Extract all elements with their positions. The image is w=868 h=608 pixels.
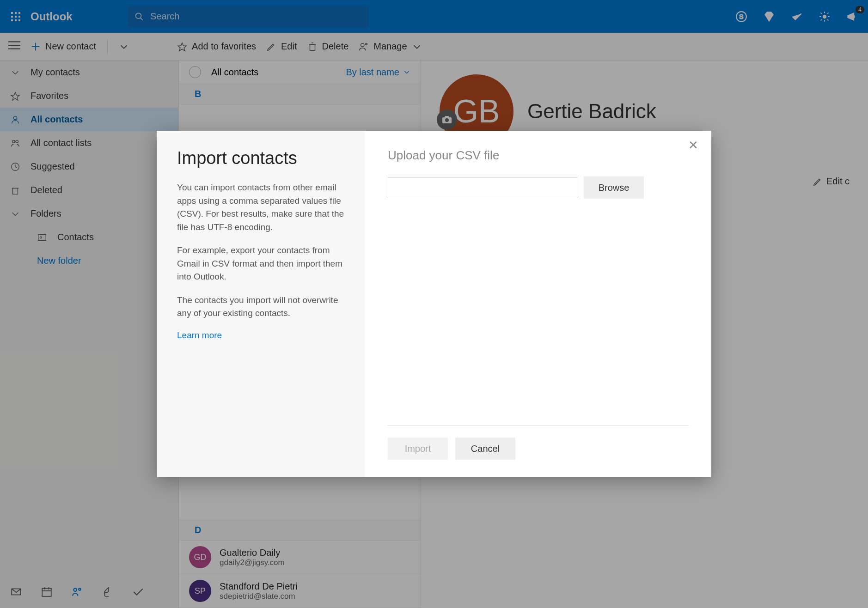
close-icon[interactable]: ✕ <box>688 139 701 152</box>
modal-title: Import contacts <box>177 148 344 168</box>
modal-paragraph: You can import contacts from other email… <box>177 181 344 234</box>
learn-more-link[interactable]: Learn more <box>177 330 222 340</box>
modal-paragraph: For example, export your contacts from G… <box>177 244 344 284</box>
import-contacts-modal: Import contacts You can import contacts … <box>157 131 711 477</box>
import-button[interactable]: Import <box>388 438 448 460</box>
csv-path-input[interactable] <box>388 177 577 198</box>
cancel-button[interactable]: Cancel <box>455 438 515 460</box>
modal-overlay: Import contacts You can import contacts … <box>0 0 868 608</box>
upload-heading: Upload your CSV file <box>388 148 688 163</box>
modal-paragraph: The contacts you import will not overwri… <box>177 294 344 320</box>
browse-button[interactable]: Browse <box>584 176 644 199</box>
